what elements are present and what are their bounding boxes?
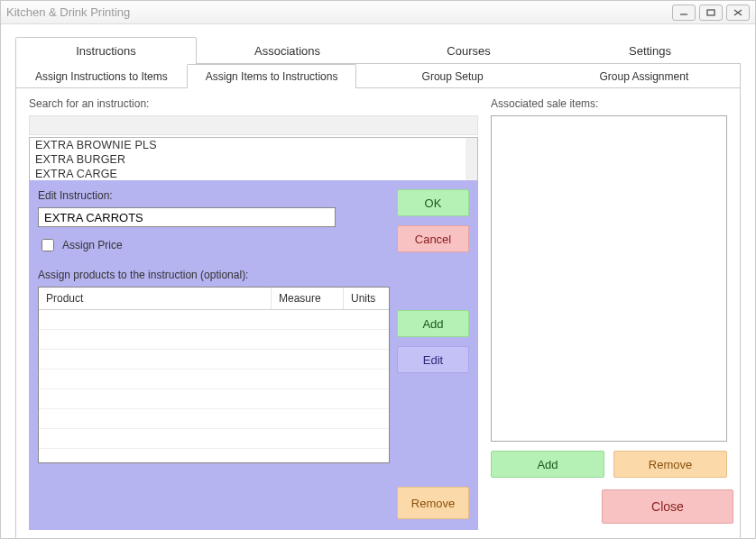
instructions-page: Assign Instructions to Items Assign Item… [15, 64, 741, 539]
tab-associations[interactable]: Associations [197, 37, 378, 64]
tab-settings[interactable]: Settings [559, 37, 741, 64]
subtab-group-assignment[interactable]: Group Assignment [549, 64, 740, 88]
svg-rect-1 [707, 10, 715, 15]
associated-items-list[interactable] [491, 115, 727, 442]
tab-courses[interactable]: Courses [378, 37, 559, 64]
col-units[interactable]: Units [344, 288, 389, 309]
table-row[interactable] [39, 350, 389, 370]
table-row[interactable] [39, 429, 389, 449]
tab-instructions[interactable]: Instructions [15, 37, 197, 64]
close-icon [733, 8, 743, 17]
add-product-button[interactable]: Add [397, 310, 469, 337]
product-table-header: Product Measure Units [39, 288, 389, 310]
right-column: Associated sale items: Add Remove [491, 97, 727, 530]
list-scrollbar[interactable] [466, 138, 477, 180]
edit-product-button[interactable]: Edit [397, 346, 469, 373]
add-associated-button[interactable]: Add [491, 451, 604, 478]
subtab-assign-items-to-instructions[interactable]: Assign Items to Instructions [187, 64, 357, 88]
product-table-body[interactable] [39, 310, 389, 461]
list-item[interactable]: EXTRA BROWNIE PLS [30, 138, 477, 152]
left-column: Search for an instruction: EXTRA BROWNIE… [29, 97, 478, 530]
table-row[interactable] [39, 310, 389, 330]
table-row[interactable] [39, 389, 389, 409]
table-row[interactable] [39, 370, 389, 389]
associated-items-label: Associated sale items: [491, 97, 727, 110]
instruction-name-input[interactable] [38, 207, 336, 227]
window-title: Kitchen & Drink Printing [6, 5, 672, 19]
minimize-icon [678, 8, 689, 17]
table-row[interactable] [39, 409, 389, 429]
close-button[interactable]: Close [602, 489, 733, 524]
assign-products-label: Assign products to the instruction (opti… [38, 269, 390, 281]
remove-product-button[interactable]: Remove [397, 487, 469, 519]
sub-tabs: Assign Instructions to Items Assign Item… [16, 64, 740, 88]
minimize-button[interactable] [672, 5, 696, 21]
titlebar: Kitchen & Drink Printing [1, 1, 755, 24]
subtab-group-setup[interactable]: Group Setup [356, 64, 548, 88]
edit-instruction-panel: Edit Instruction: Assign Price Assign pr… [29, 180, 478, 530]
ok-button[interactable]: OK [397, 189, 469, 216]
table-row[interactable] [39, 330, 389, 350]
assign-price-label: Assign Price [62, 239, 123, 251]
content-area: Instructions Associations Courses Settin… [1, 24, 755, 538]
remove-associated-button[interactable]: Remove [613, 451, 727, 478]
close-window-button[interactable] [726, 5, 750, 21]
associated-items-buttons: Add Remove [491, 451, 727, 478]
main-tabs: Instructions Associations Courses Settin… [15, 37, 741, 64]
subtab-assign-to-items[interactable]: Assign Instructions to Items [16, 64, 187, 88]
maximize-icon [705, 8, 716, 17]
edit-instruction-label: Edit Instruction: [38, 189, 390, 202]
footer-buttons: Close [602, 489, 733, 524]
assign-price-checkbox[interactable] [41, 239, 54, 251]
instruction-list[interactable]: EXTRA BROWNIE PLS EXTRA BURGER EXTRA CAR… [29, 137, 478, 180]
col-product[interactable]: Product [39, 288, 272, 309]
cancel-button[interactable]: Cancel [397, 225, 469, 252]
assign-items-page: Search for an instruction: EXTRA BROWNIE… [16, 88, 740, 539]
col-measure[interactable]: Measure [272, 288, 344, 309]
product-table: Product Measure Units [38, 287, 390, 463]
search-label: Search for an instruction: [29, 97, 478, 110]
list-item[interactable]: EXTRA BURGER [30, 152, 477, 167]
search-input[interactable] [29, 115, 478, 135]
app-window: Kitchen & Drink Printing Instructions As… [0, 0, 756, 539]
edit-panel-left: Edit Instruction: Assign Price Assign pr… [38, 189, 390, 519]
maximize-button[interactable] [699, 5, 723, 21]
window-controls [672, 5, 750, 21]
edit-panel-buttons: OK Cancel Add Edit Remove [397, 189, 469, 519]
list-item[interactable]: EXTRA CARGE [30, 167, 477, 180]
